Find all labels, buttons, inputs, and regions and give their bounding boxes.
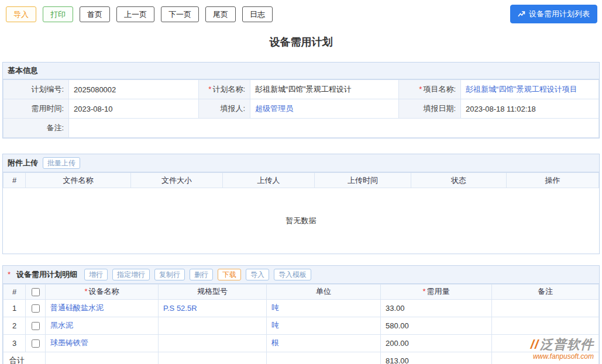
unit-cell: 根	[267, 334, 381, 352]
report-date-label: 填报日期:	[399, 99, 461, 119]
unit-cell: 吨	[267, 299, 381, 317]
trend-arrow-icon	[518, 11, 525, 18]
nav-prev-button[interactable]: 上一页	[116, 6, 154, 22]
empty-state: 暂无数据	[4, 188, 599, 254]
page-title: 设备需用计划	[0, 35, 602, 49]
row-checkbox[interactable]	[32, 339, 40, 348]
project-name-value: 彭祖新城“四馆”景观工程设计项目	[461, 80, 599, 99]
row-index: 3	[4, 334, 26, 352]
reporter-link[interactable]: 超级管理员	[255, 104, 293, 113]
remark-label: 备注:	[4, 119, 69, 138]
total-qty: 813.00	[381, 352, 492, 364]
total-label: 合计	[4, 352, 46, 364]
quantity-cell: 200.00	[381, 334, 492, 352]
reporter-label: 填报人:	[199, 99, 250, 119]
plan-name-label: *计划名称:	[199, 80, 250, 99]
import-button[interactable]: 导入	[6, 6, 36, 22]
attachment-section: 附件上传 批量上传 # 文件名称 文件大小 上传人 上传时间 状态 操作 暂无数…	[2, 154, 600, 254]
details-table: # *设备名称 规格型号 单位 *需用量 备注 1 普通硅酸盐水泥 P.S 52…	[3, 284, 599, 364]
need-date-value: 2023-08-10	[69, 99, 199, 119]
device-name-cell: 黑水泥	[46, 317, 159, 334]
attachment-empty-row: 暂无数据	[4, 188, 599, 254]
spec-cell	[159, 317, 267, 334]
row-select-cell	[26, 299, 46, 317]
import-template-button[interactable]: 导入模板	[274, 269, 311, 280]
plan-no-value: 2025080002	[69, 80, 199, 99]
row-select-cell	[26, 317, 46, 334]
select-all-checkbox[interactable]	[32, 288, 40, 296]
equipment-plan-page: 导入 打印 首页 上一页 下一页 尾页 日志 设备需用计划列表 设备需用计划 基…	[0, 0, 602, 364]
copy-row-button[interactable]: 复制行	[154, 269, 185, 280]
basic-info-row-1: 计划编号: 2025080002 *计划名称: 彭祖新城“四馆”景观工程设计 *…	[4, 80, 599, 99]
print-button[interactable]: 打印	[43, 6, 73, 22]
attachment-column-header-row: # 文件名称 文件大小 上传人 上传时间 状态 操作	[4, 173, 599, 188]
table-row: 2 黑水泥 吨 580.00	[4, 317, 599, 334]
unit-link[interactable]: 根	[271, 338, 279, 347]
quantity-cell: 580.00	[381, 317, 492, 334]
toolbar: 导入 打印 首页 上一页 下一页 尾页 日志 设备需用计划列表	[0, 0, 602, 27]
need-date-label: 需用时间:	[4, 99, 69, 119]
basic-info-row-2: 需用时间: 2023-08-10 填报人: 超级管理员 填报日期: 2023-0…	[4, 99, 599, 119]
col-file-name: 文件名称	[26, 173, 131, 188]
unit-cell: 吨	[267, 317, 381, 334]
col-status: 状态	[411, 173, 507, 188]
device-name-link[interactable]: 普通硅酸盐水泥	[50, 303, 104, 312]
col-remark: 备注	[492, 284, 599, 299]
plan-name-value: 彭祖新城“四馆”景观工程设计	[250, 80, 399, 99]
attachment-title: 附件上传	[8, 158, 38, 168]
remark-cell	[492, 334, 599, 352]
batch-upload-button[interactable]: 批量上传	[43, 157, 80, 169]
remark-cell	[492, 299, 599, 317]
nav-last-button[interactable]: 尾页	[205, 6, 236, 22]
col-file-size: 文件大小	[131, 173, 223, 188]
plan-no-label: 计划编号:	[4, 80, 69, 99]
unit-link[interactable]: 吨	[271, 303, 279, 312]
delete-row-button[interactable]: 删行	[190, 269, 213, 280]
project-name-link[interactable]: 彭祖新城“四馆”景观工程设计项目	[466, 85, 577, 93]
project-name-label: *项目名称:	[399, 80, 461, 99]
total-unit-cell	[267, 352, 381, 364]
basic-info-section: 基本信息 计划编号: 2025080002 *计划名称: 彭祖新城“四馆”景观工…	[2, 62, 600, 138]
report-date-value: 2023-08-18 11:02:18	[461, 99, 599, 119]
nav-home-button[interactable]: 首页	[80, 6, 110, 22]
nav-next-button[interactable]: 下一页	[161, 6, 199, 22]
col-uploader: 上传人	[223, 173, 315, 188]
row-checkbox[interactable]	[32, 322, 40, 330]
spec-link[interactable]: P.S 52.5R	[163, 304, 197, 313]
remark-value	[69, 119, 599, 138]
insert-row-button[interactable]: 指定增行	[112, 269, 150, 280]
col-unit: 单位	[267, 284, 381, 299]
plan-list-button[interactable]: 设备需用计划列表	[510, 5, 597, 23]
required-marker: *	[422, 287, 425, 296]
reporter-value: 超级管理员	[250, 99, 399, 119]
device-name-link[interactable]: 黑水泥	[50, 321, 73, 330]
import-rows-button[interactable]: 导入	[246, 269, 269, 280]
device-name-cell: 球墨铸铁管	[46, 334, 159, 352]
attachment-header: 附件上传 批量上传	[3, 154, 599, 172]
plan-list-button-label: 设备需用计划列表	[529, 9, 590, 19]
nav-log-button[interactable]: 日志	[242, 6, 273, 22]
download-button[interactable]: 下载	[218, 269, 241, 280]
row-checkbox[interactable]	[32, 304, 40, 313]
details-title: 设备需用计划明细	[16, 269, 77, 280]
table-row: 1 普通硅酸盐水泥 P.S 52.5R 吨 33.00	[4, 299, 599, 317]
required-marker: *	[419, 85, 422, 93]
add-row-button[interactable]: 增行	[84, 269, 108, 280]
col-quantity: *需用量	[381, 284, 492, 299]
device-name-link[interactable]: 球墨铸铁管	[50, 338, 88, 347]
attachment-table: # 文件名称 文件大小 上传人 上传时间 状态 操作 暂无数据	[3, 172, 599, 254]
basic-info-row-3: 备注:	[4, 119, 599, 138]
col-select	[26, 284, 46, 299]
col-index: #	[4, 173, 26, 188]
quantity-cell: 33.00	[381, 299, 492, 317]
row-select-cell	[26, 334, 46, 352]
col-spec-model: 规格型号	[159, 284, 267, 299]
unit-link[interactable]: 吨	[271, 321, 279, 330]
spec-cell	[159, 334, 267, 352]
total-remark-cell	[492, 352, 599, 364]
required-marker: *	[84, 287, 87, 296]
details-column-header-row: # *设备名称 规格型号 单位 *需用量 备注	[4, 284, 599, 299]
total-spec-cell	[159, 352, 267, 364]
col-index: #	[4, 284, 26, 299]
basic-info-table: 计划编号: 2025080002 *计划名称: 彭祖新城“四馆”景观工程设计 *…	[3, 79, 599, 138]
